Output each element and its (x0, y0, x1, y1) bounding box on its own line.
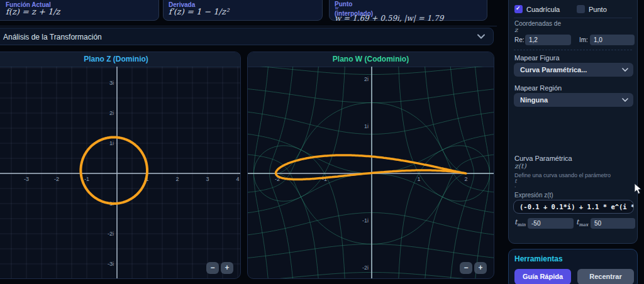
param-curve-var: z(t) (514, 162, 526, 170)
app-root: Función Actual f(z) = z + 1/z Derivada f… (0, 0, 644, 284)
im-input[interactable]: 1,0 (590, 35, 635, 45)
x-axis-tick-label: -1 (84, 176, 89, 182)
mapped-gridline (248, 103, 494, 195)
x-axis-tick-label: 2 (175, 176, 179, 182)
w-zoom-out-button[interactable]: − (460, 262, 472, 274)
tmin-input[interactable]: -50 (528, 218, 574, 229)
x-axis-tick-label: 2 (464, 176, 467, 182)
w-zoom-in-button[interactable]: + (474, 262, 487, 274)
mapped-gridline (270, 67, 297, 279)
param-curve-desc: Define una curva usando el parámetro (514, 172, 611, 178)
x-axis-tick-label: 4 (236, 176, 239, 182)
y-axis-tick-label: -2i (362, 265, 369, 271)
tools-panel: Herramientas Guía Rápida Recentrar (508, 249, 638, 284)
y-axis-tick-label: -3i (108, 261, 114, 267)
mapped-gridline (248, 273, 494, 280)
mapped-gridline (397, 67, 489, 279)
w-plane-canvas[interactable]: -2-1122i1i-1i-2i (248, 67, 494, 279)
y-axis-tick-label: -1i (362, 217, 369, 224)
quick-guide-button[interactable]: Guía Rápida (514, 269, 571, 284)
map-region-value: Ninguna (520, 93, 548, 107)
analysis-section-label: Análisis de la Transformación (3, 33, 102, 41)
recenter-button[interactable]: Recentrar (577, 269, 634, 284)
re-input[interactable]: 1,2 (525, 35, 571, 45)
y-axis-tick-label: 1i (109, 140, 114, 146)
tools-title: Herramientas (514, 254, 563, 263)
point-checkbox[interactable] (577, 5, 585, 13)
x-axis-tick-label: -2 (54, 176, 59, 182)
z-zoom-out-button[interactable]: − (206, 262, 219, 274)
tmax-label: tmax (576, 218, 588, 227)
derivative-card: Derivada f′(z) = 1 − 1/z² (163, 0, 323, 21)
w-plane-header: Plano W (Codominio) (248, 52, 494, 67)
mapped-gridline (248, 244, 494, 262)
sidebar-divider-dashed (514, 50, 632, 51)
w-plane-panel: Plano W (Codominio) -2-1122i1i-1i-2i − + (247, 52, 494, 279)
z-plane-header: Plano Z (Dominio) (0, 52, 240, 67)
mapped-gridline (248, 67, 494, 75)
check-icon: ✓ (516, 5, 521, 11)
mapped-gridline (277, 67, 321, 279)
map-region-label: Mapear Región (514, 84, 562, 92)
y-axis-tick-label: 2i (109, 110, 114, 116)
mapped-gridline (254, 67, 272, 279)
expression-input[interactable]: (-0.1 + 0.1*i) + 1.1 * e^(i *t) (513, 200, 634, 214)
x-axis-tick-label: -3 (24, 176, 29, 182)
map-figure-select[interactable]: Curva Paramétrica... (514, 63, 633, 77)
coords-label: Coordenadas de (514, 20, 561, 27)
input-circle (80, 137, 147, 204)
y-axis-tick-label: 1i (364, 123, 369, 129)
im-label: Im: (579, 36, 588, 43)
map-region-select[interactable]: Ninguna (514, 93, 633, 107)
top-divider (0, 26, 497, 26)
param-curve-title: Curva Paramétrica (514, 155, 572, 162)
x-axis-tick-label: 3 (206, 176, 209, 182)
tmax-input[interactable]: 50 (591, 218, 635, 229)
y-axis-tick-label: 2i (364, 76, 369, 82)
chevron-down-icon[interactable] (477, 34, 486, 39)
joukowski-airfoil (276, 155, 466, 180)
mapped-gridline (254, 67, 347, 279)
point-card: Punto w (interpolado) w = 1.69 + 0.59i, … (329, 0, 487, 21)
y-axis-tick-label: -2i (108, 231, 114, 237)
expression-label: Expresión z(t) (514, 192, 553, 199)
coords-var: z (514, 26, 518, 33)
grid-checkbox[interactable]: ✓ (514, 5, 523, 13)
controls-sidebar: ✓ Cuadrícula Punto Coordenadas de z Re: … (508, 0, 638, 244)
mapped-gridline (248, 85, 494, 102)
chevron-down-icon (622, 98, 628, 102)
current-function-card: Función Actual f(z) = z + 1/z (0, 0, 159, 21)
z-plane-canvas[interactable]: -3-2-112343i2i1i-1i-2i-3i (0, 67, 241, 279)
param-curve-desc-period: . (514, 182, 516, 188)
point-checkbox-label: Punto (589, 6, 607, 13)
mouse-cursor (634, 183, 643, 195)
current-function-formula: f(z) = z + 1/z (6, 7, 60, 16)
map-figure-label: Mapear Figura (514, 54, 560, 62)
analysis-section-toggle[interactable]: Análisis de la Transformación (0, 28, 494, 45)
sidebar-divider (514, 18, 632, 18)
grid-checkbox-label: Cuadrícula (526, 6, 560, 13)
point-value: w = 1.69 + 0.59i, |w| = 1.79 (335, 14, 443, 23)
x-axis-tick-label: 1 (417, 176, 420, 182)
derivative-formula: f′(z) = 1 − 1/z² (169, 7, 229, 16)
z-zoom-in-button[interactable]: + (221, 262, 233, 274)
re-label: Re: (514, 36, 525, 43)
z-plane-title: Plano Z (Dominio) (0, 52, 240, 67)
mapped-gridline (472, 67, 489, 279)
z-plane-panel: Plano Z (Dominio) -3-2-112343i2i1i-1i-2i… (0, 52, 241, 279)
y-axis-tick-label: 3i (109, 80, 114, 86)
chevron-down-icon (622, 68, 628, 72)
map-figure-value: Curva Paramétrica... (520, 63, 587, 77)
w-plane-title: Plano W (Codominio) (248, 52, 494, 67)
tmin-label: tmin (514, 218, 526, 227)
